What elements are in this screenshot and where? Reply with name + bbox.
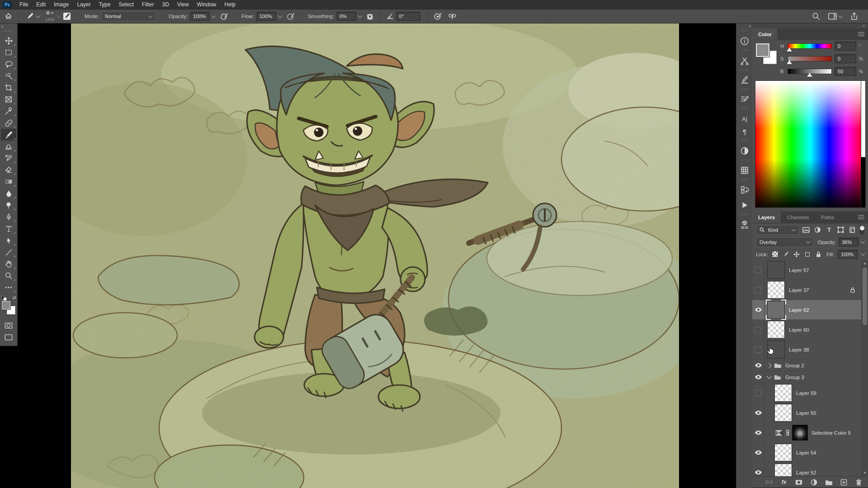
gradient-tool[interactable] [1,176,16,188]
color-panel-menu-icon[interactable] [858,31,864,38]
search-icon[interactable] [812,12,820,20]
add-mask-icon[interactable] [795,478,803,486]
brushes-panel-icon[interactable] [736,92,753,107]
tab-layers[interactable]: Layers [752,211,781,223]
link-layers-icon[interactable] [765,478,773,486]
smoothing-dropdown-icon[interactable] [358,14,362,18]
visibility-toggle[interactable] [752,443,764,462]
menu-window[interactable]: Window [193,0,221,9]
history-brush-tool[interactable] [1,152,16,164]
layer-thumbnail[interactable] [767,261,785,279]
delete-layer-icon[interactable] [854,478,863,486]
filter-shape-layers-icon[interactable] [836,226,844,234]
move-tool[interactable] [1,35,16,47]
workspace-switcher-icon[interactable] [828,13,842,20]
flow-input[interactable]: 100% [256,12,276,21]
expand-panels-icon[interactable]: « [736,23,754,29]
path-selection-tool[interactable] [1,235,16,246]
visibility-toggle[interactable] [752,383,764,403]
properties-panel-icon[interactable] [736,53,753,68]
saturation-slider-thumb[interactable] [787,60,792,64]
layer-filter-select[interactable]: Kind [756,225,799,235]
visibility-toggle[interactable] [752,320,764,339]
brightness-slider-thumb[interactable] [807,73,812,77]
layer-thumbnail[interactable] [774,444,792,461]
eraser-tool[interactable] [1,164,16,176]
toolbar-grip[interactable] [5,31,13,33]
grayscale-ramp[interactable] [861,81,865,207]
lock-all-icon[interactable] [815,251,822,258]
layer-fill-input[interactable]: 100% [838,250,858,259]
document-canvas[interactable] [71,23,679,488]
paragraph-panel-icon[interactable]: ¶ [736,124,753,139]
layer-opacity-input[interactable]: 36% [839,238,859,247]
crop-tool[interactable] [1,82,16,94]
smoothing-input[interactable]: 0% [336,12,356,21]
scroll-down-icon[interactable]: ▼ [862,470,868,476]
layer-blend-mode-select[interactable]: Overlay [756,237,813,247]
foreground-color-swatch[interactable] [756,43,769,57]
tab-color[interactable]: Color [752,28,778,40]
layer-mask-thumbnail[interactable] [792,425,808,441]
brush-angle-input[interactable]: 0° [396,12,420,21]
menu-file[interactable]: File [15,0,32,9]
filtering-toggle[interactable] [859,225,864,235]
symmetry-icon[interactable] [448,12,457,20]
smoothing-gear-icon[interactable] [367,13,373,20]
lock-position-icon[interactable] [793,251,800,258]
menu-filter[interactable]: Filter [138,0,158,9]
menu-layer[interactable]: Layer [73,0,94,9]
hue-slider-thumb[interactable] [787,47,792,52]
fill-dropdown-icon[interactable] [861,251,865,256]
visibility-toggle[interactable] [752,423,764,442]
menu-help[interactable]: Help [220,0,240,9]
collapse-dock-icon[interactable]: » [752,23,868,28]
layers-panel-menu-icon[interactable] [858,214,864,221]
layer-row[interactable]: Layer 60 [752,320,862,340]
tool-preset-picker[interactable] [25,12,40,20]
visibility-toggle[interactable] [752,300,764,319]
group-row[interactable]: Group 3 [752,371,862,383]
group-expand-icon[interactable] [766,363,771,368]
menu-image[interactable]: Image [50,0,73,9]
visibility-toggle[interactable] [752,280,764,300]
menu-select[interactable]: Select [114,0,137,9]
visibility-toggle[interactable] [752,463,764,476]
layer-row[interactable]: Layer 37 [752,280,862,300]
lock-pixels-icon[interactable] [782,251,789,258]
group-expand-icon[interactable] [766,374,771,379]
visibility-toggle[interactable] [752,340,764,359]
tab-paths[interactable]: Paths [815,211,840,223]
menu-3d[interactable]: 3D [158,0,173,9]
adjustments-panel-icon[interactable] [736,143,753,159]
pressure-size-icon[interactable] [434,12,442,20]
brightness-slider[interactable] [788,69,832,74]
layer-thumbnail[interactable] [767,321,785,338]
visibility-toggle[interactable] [752,260,764,280]
brush-tool[interactable] [1,129,16,141]
filter-type-layers-icon[interactable]: T [825,226,833,234]
brush-settings-panel-icon[interactable] [736,72,753,88]
layer-thumbnail[interactable] [774,384,792,402]
color-spectrum-picker[interactable] [755,80,866,208]
home-icon[interactable] [5,13,12,20]
zoom-tool[interactable] [1,270,16,282]
layer-thumbnail[interactable] [774,404,792,422]
layer-opacity-dropdown-icon[interactable] [861,239,865,244]
foreground-color-swatch[interactable] [2,301,10,310]
blend-mode-select[interactable]: Normal [101,11,156,21]
layer-row[interactable]: Layer 59 [752,383,862,403]
layers-scrollbar[interactable]: ▲ ▼ [861,260,868,476]
layer-row-selected[interactable]: Layer 62 [752,300,862,320]
healing-brush-tool[interactable] [1,117,16,129]
layer-row[interactable]: Layer 55 [752,403,862,423]
visibility-toggle[interactable] [752,371,764,383]
default-colors-icon[interactable] [1,296,6,300]
line-tool[interactable] [1,246,16,258]
layer-row[interactable]: Layer 57 [752,260,862,280]
flow-dropdown-icon[interactable] [278,14,282,18]
brush-size-picker[interactable]: 1448 [45,11,54,22]
toggle-brush-panel-button[interactable] [63,12,71,20]
scrollbar-thumb[interactable] [863,267,867,325]
new-layer-icon[interactable] [840,478,848,486]
